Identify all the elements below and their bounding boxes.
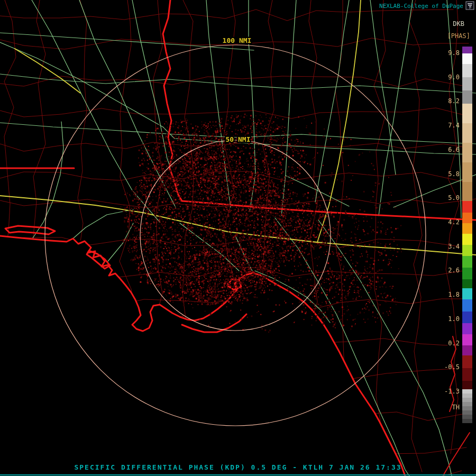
colorbar-tick: 2.6 — [448, 267, 460, 274]
colorbar-segment — [462, 213, 472, 223]
range-rings-overlay: 100 NMI50 NMI — [0, 0, 476, 476]
range-label-50nmi: 50 NMI — [226, 135, 251, 143]
colorbar-segment — [462, 182, 472, 201]
colorbar-segment — [462, 201, 472, 213]
colorbar-tick: 5.0 — [448, 194, 460, 202]
colorbar-segment — [462, 256, 472, 268]
colorbar-segment — [462, 162, 472, 182]
inner-range-ring — [140, 140, 331, 331]
product-footer: SPECIFIC DIFFERENTIAL PHASE (KDP) 0.5 DE… — [0, 462, 476, 476]
colorbar-unit-label: DKB — [453, 20, 464, 28]
colorbar-tick: 9.0 — [448, 74, 460, 81]
colorbar-segment — [462, 279, 472, 288]
colorbar-tick: 5.8 — [448, 170, 460, 178]
colorbar-segment — [462, 312, 472, 323]
colorbar-segment — [462, 268, 472, 279]
colorbar-segment — [462, 381, 472, 389]
colorbar-tick: 4.2 — [448, 218, 460, 226]
colorbar-segment — [462, 299, 472, 312]
colorbar-segment — [462, 90, 472, 104]
colorbar-segment — [462, 245, 472, 256]
colorbar-tick: 6.6 — [448, 146, 460, 153]
cod-logo-icon — [465, 1, 474, 10]
colorbar-tick: 7.4 — [448, 122, 460, 129]
radar-display: 100 NMI50 NMI NEXLAB-College of DuPage D… — [0, 0, 476, 476]
colorbar-segment — [462, 53, 472, 64]
colorbar-segment — [462, 123, 472, 143]
outer-range-ring — [45, 45, 426, 426]
colorbar-segment — [462, 288, 472, 299]
product-title: SPECIFIC DIFFERENTIAL PHASE (KDP) 0.5 DE… — [0, 463, 476, 471]
colorbar-ticks: 9.89.08.27.46.65.85.04.23.42.61.81.00.2-… — [432, 47, 460, 438]
colorbar-segment — [462, 345, 472, 355]
colorbar-segment — [462, 393, 472, 398]
colorbar-bottom-label: TH — [452, 404, 460, 411]
colorbar-tick: 8.2 — [448, 97, 460, 105]
colorbar-tick: 3.4 — [448, 243, 460, 250]
colorbar-tick: -1.3 — [444, 388, 460, 395]
colorbar-segment — [462, 64, 472, 77]
range-label-100nmi: 100 NMI — [223, 36, 252, 44]
colorbar-segment — [462, 406, 472, 410]
footer-rule — [0, 474, 476, 475]
colorbar — [462, 47, 472, 423]
colorbar-segment — [462, 415, 472, 419]
colorbar-segment — [462, 402, 472, 406]
colorbar-segment — [462, 234, 472, 245]
colorbar-tick: 1.0 — [448, 315, 460, 323]
nexlab-brand: NEXLAB-College of DuPage — [379, 3, 463, 10]
colorbar-segment — [462, 410, 472, 415]
colorbar-segment — [462, 368, 472, 381]
colorbar-segment — [462, 355, 472, 368]
colorbar-segment — [462, 47, 472, 53]
colorbar-segment — [462, 223, 472, 234]
colorbar-tick: -0.5 — [444, 363, 460, 371]
colorbar-segment — [462, 398, 472, 402]
colorbar-segment — [462, 389, 472, 393]
colorbar-segment — [462, 143, 472, 162]
colorbar-segment — [462, 77, 472, 90]
colorbar-segment — [462, 419, 472, 423]
colorbar-param-label: [PHAS] — [447, 32, 470, 40]
colorbar-tick: 9.8 — [448, 49, 460, 57]
colorbar-tick: 0.2 — [448, 340, 460, 347]
colorbar-segment — [462, 104, 472, 123]
colorbar-segment — [462, 334, 472, 345]
colorbar-tick: 1.8 — [448, 291, 460, 298]
colorbar-segment — [462, 323, 472, 334]
